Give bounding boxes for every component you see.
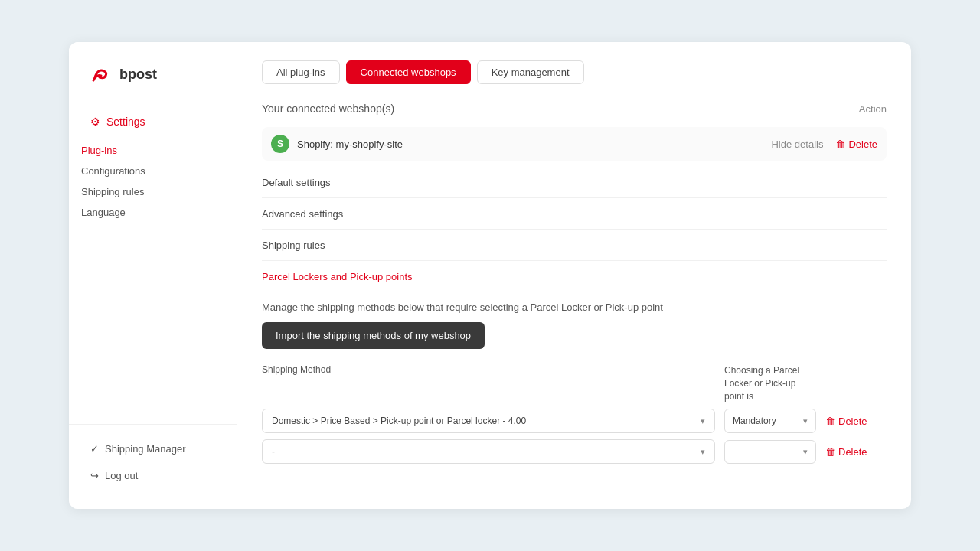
sidebar-item-settings[interactable]: ⚙ Settings xyxy=(81,109,224,134)
method-value-1: Domestic > Price Based > Pick-up point o… xyxy=(272,416,526,426)
tab-connected-webshops[interactable]: Connected webshops xyxy=(346,60,471,84)
main-container: bpost ⚙ Settings Plug-ins Configurations… xyxy=(69,42,911,509)
mandatory-select-2[interactable]: ▾ xyxy=(724,440,816,464)
trash-icon-row2: 🗑 xyxy=(825,446,835,458)
settings-label: Settings xyxy=(106,116,145,128)
accordion-label-shipping: Shipping rules xyxy=(262,240,325,251)
inner-nav-configurations[interactable]: Configurations xyxy=(81,161,224,181)
import-button[interactable]: Import the shipping methods of my websho… xyxy=(262,322,485,349)
svg-point-0 xyxy=(87,60,115,88)
sidebar-bottom: ✓ Shipping Manager ↪ Log out xyxy=(69,424,237,491)
inner-nav-language[interactable]: Language xyxy=(81,202,224,223)
chevron-down-icon-3: ▾ xyxy=(701,447,705,457)
bpost-logo-icon xyxy=(87,60,115,88)
shipping-manager-label: Shipping Manager xyxy=(105,443,186,455)
trash-icon: 🗑 xyxy=(835,139,845,150)
action-label: Action xyxy=(859,103,887,115)
logo-text: bpost xyxy=(119,67,157,83)
chevron-down-icon: ▾ xyxy=(701,416,705,426)
table-row: - ▾ ▾ 🗑 Delete xyxy=(262,439,887,464)
webshop-name: Shopify: my-shopify-site xyxy=(297,139,403,150)
tab-all-plug-ins[interactable]: All plug-ins xyxy=(262,60,340,84)
status-dot: S xyxy=(271,135,289,153)
webshop-right: Hide details 🗑 Delete xyxy=(771,139,877,150)
accordion-label-default: Default settings xyxy=(262,177,331,188)
method-value-2: - xyxy=(272,446,275,457)
table-header: Shipping Method Choosing a Parcel Locker… xyxy=(262,364,887,403)
check-icon: ✓ xyxy=(90,443,99,455)
chevron-down-icon-2: ▾ xyxy=(803,416,808,426)
accordion-parcel-lockers[interactable]: Parcel Lockers and Pick-up points xyxy=(262,261,887,292)
row-delete-button-2[interactable]: 🗑 Delete xyxy=(825,446,867,458)
accordion-label-advanced: Advanced settings xyxy=(262,208,343,220)
table-row: Domestic > Price Based > Pick-up point o… xyxy=(262,409,887,433)
method-select-2[interactable]: - ▾ xyxy=(262,439,715,464)
accordion-advanced-settings[interactable]: Advanced settings xyxy=(262,198,887,230)
delete-label: Delete xyxy=(848,139,877,150)
accordion-shipping-rules[interactable]: Shipping rules xyxy=(262,230,887,261)
panel-header: Your connected webshop(s) Action xyxy=(262,103,887,115)
webshop-delete-button[interactable]: 🗑 Delete xyxy=(835,139,877,150)
mandatory-select-1[interactable]: Mandatory ▾ xyxy=(724,409,816,433)
tabs-bar: All plug-ins Connected webshops Key mana… xyxy=(262,60,887,84)
panel-title: Your connected webshop(s) xyxy=(262,103,394,115)
parcel-section: Manage the shipping methods below that r… xyxy=(262,302,887,464)
hide-details-link[interactable]: Hide details xyxy=(771,139,823,150)
log-out-link[interactable]: ↪ Log out xyxy=(81,464,224,487)
tab-key-management[interactable]: Key management xyxy=(477,60,584,84)
settings-icon: ⚙ xyxy=(90,116,100,128)
accordion-label-parcel: Parcel Lockers and Pick-up points xyxy=(262,271,413,282)
webshop-row: S Shopify: my-shopify-site Hide details … xyxy=(262,127,887,161)
trash-icon-row1: 🗑 xyxy=(825,416,835,427)
sidebar: bpost ⚙ Settings Plug-ins Configurations… xyxy=(69,42,237,509)
row-delete-2: 🗑 Delete xyxy=(825,446,887,458)
chevron-down-icon-4: ▾ xyxy=(803,447,808,457)
method-select-1[interactable]: Domestic > Price Based > Pick-up point o… xyxy=(262,409,715,433)
sidebar-nav: ⚙ Settings Plug-ins Configurations Shipp… xyxy=(69,109,237,424)
row-delete-1: 🗑 Delete xyxy=(825,416,887,427)
parcel-description: Manage the shipping methods below that r… xyxy=(262,302,887,313)
row-delete-button-1[interactable]: 🗑 Delete xyxy=(825,416,867,427)
content-area: All plug-ins Connected webshops Key mana… xyxy=(237,42,911,509)
inner-nav-shipping-rules[interactable]: Shipping rules xyxy=(81,181,224,202)
col-header-choosing: Choosing a Parcel Locker or Pick-up poin… xyxy=(724,364,816,403)
row-delete-label-2: Delete xyxy=(838,446,867,458)
accordion-default-settings[interactable]: Default settings xyxy=(262,167,887,198)
accordion: Default settings Advanced settings Shipp… xyxy=(262,167,887,292)
col-header-method: Shipping Method xyxy=(262,364,715,375)
log-out-label: Log out xyxy=(105,470,138,481)
shipping-manager-link[interactable]: ✓ Shipping Manager xyxy=(81,437,224,461)
mandatory-value-1: Mandatory xyxy=(733,416,776,426)
webshop-left: S Shopify: my-shopify-site xyxy=(271,135,403,153)
row-delete-label-1: Delete xyxy=(838,416,867,427)
logout-icon: ↪ xyxy=(90,470,99,481)
inner-nav-plug-ins[interactable]: Plug-ins xyxy=(81,140,224,161)
logo-area: bpost xyxy=(69,60,237,109)
